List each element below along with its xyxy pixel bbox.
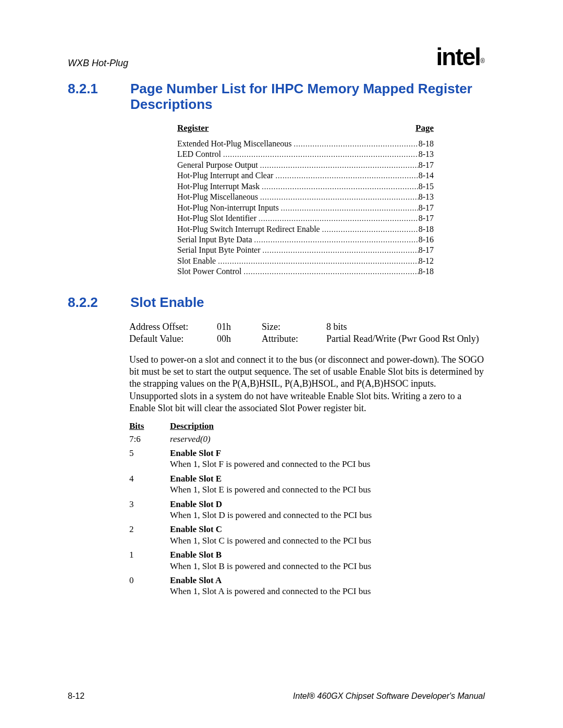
bit-range: 2 <box>129 524 170 546</box>
leader-dots <box>258 192 419 202</box>
bits-table-header: Bits Description <box>129 421 485 431</box>
leader-dots <box>258 160 419 170</box>
register-name: Extended Hot-Plug Miscellaneous <box>177 139 292 149</box>
bit-range: 1 <box>129 549 170 572</box>
bit-description: Enable Slot DWhen 1, Slot D is powered a… <box>170 499 462 521</box>
page-number: 8-12 <box>68 692 84 701</box>
intel-logo: intel® <box>436 43 485 71</box>
bit-range: 7:6 <box>129 434 170 445</box>
bit-row: 3Enable Slot DWhen 1, Slot D is powered … <box>129 499 485 521</box>
bit-name: Enable Slot A <box>170 575 222 585</box>
register-toc-row: Slot Enable8-12 <box>177 256 434 266</box>
register-page: 8-17 <box>419 245 434 255</box>
register-toc-row: Hot-Plug Non-interrupt Inputs8-17 <box>177 203 434 213</box>
bit-row: 4Enable Slot EWhen 1, Slot E is powered … <box>129 473 485 496</box>
manual-title: Intel® 460GX Chipset Software Developer'… <box>293 692 485 701</box>
size-value: 8 bits <box>326 321 485 333</box>
leader-dots <box>261 245 419 255</box>
bit-desc-text: When 1, Slot A is powered and connected … <box>170 586 371 596</box>
attribute-label: Attribute: <box>262 333 326 345</box>
bit-name: Enable Slot F <box>170 448 221 458</box>
register-toc-row: Serial Input Byte Pointer8-17 <box>177 245 434 255</box>
document-page: WXB Hot-Plug intel® 8.2.1 Page Number Li… <box>0 0 563 728</box>
bit-range: 3 <box>129 499 170 521</box>
reserved-text: reserved(0) <box>170 434 211 444</box>
description-paragraph: Used to power-on a slot and connect it t… <box>129 354 485 415</box>
register-page: 8-13 <box>419 149 434 159</box>
bit-name: Enable Slot E <box>170 474 222 484</box>
register-page: 8-18 <box>419 266 434 277</box>
section-heading-821: 8.2.1 Page Number List for IHPC Memory M… <box>68 81 485 113</box>
register-toc-row: LED Control8-13 <box>177 149 434 159</box>
default-value-label: Default Value: <box>129 333 217 345</box>
register-page: 8-14 <box>419 170 434 181</box>
register-page: 8-17 <box>419 203 434 213</box>
attribute-value: Partial Read/Write (Pwr Good Rst Only) <box>326 333 485 345</box>
page-footer: 8-12 Intel® 460GX Chipset Software Devel… <box>68 692 485 701</box>
bit-desc-text: When 1, Slot C is powered and connected … <box>170 536 371 546</box>
bit-description: Enable Slot CWhen 1, Slot C is powered a… <box>170 524 462 546</box>
register-name: Slot Power Control <box>177 266 242 277</box>
bit-row: 7:6reserved(0) <box>129 434 485 445</box>
register-toc-row: Hot-Plug Interrupt Mask8-15 <box>177 181 434 192</box>
leader-dots <box>279 203 419 213</box>
leader-dots <box>292 139 419 149</box>
registered-icon: ® <box>480 57 485 65</box>
leader-dots <box>320 224 419 235</box>
register-toc-list: Register Page Extended Hot-Plug Miscella… <box>177 123 434 277</box>
register-name: LED Control <box>177 149 221 159</box>
bit-row: 0Enable Slot AWhen 1, Slot A is powered … <box>129 575 485 597</box>
bit-name: Enable Slot D <box>170 499 222 509</box>
leader-dots <box>260 181 418 192</box>
register-toc-row: Serial Input Byte Data8-16 <box>177 235 434 245</box>
register-name: Hot-Plug Interrupt and Clear <box>177 170 273 181</box>
content-block: 8.2.1 Page Number List for IHPC Memory M… <box>68 36 485 597</box>
bit-row: 2Enable Slot CWhen 1, Slot C is powered … <box>129 524 485 546</box>
register-name: Hot-Plug Miscellaneous <box>177 192 258 202</box>
spec-row: Address Offset: 01h Size: 8 bits <box>129 321 485 333</box>
running-title: WXB Hot-Plug <box>68 58 128 69</box>
section-title: Page Number List for IHPC Memory Mapped … <box>130 81 485 113</box>
bit-desc-text: When 1, Slot B is powered and connected … <box>170 561 371 571</box>
register-page: 8-12 <box>419 256 434 266</box>
register-page: 8-18 <box>419 139 434 149</box>
bit-row: 1Enable Slot BWhen 1, Slot B is powered … <box>129 549 485 572</box>
section-number: 8.2.2 <box>68 295 108 311</box>
running-header: WXB Hot-Plug intel® <box>68 41 485 69</box>
register-toc-row: Hot-Plug Miscellaneous8-13 <box>177 192 434 202</box>
register-toc-row: Extended Hot-Plug Miscellaneous8-18 <box>177 139 434 149</box>
section-number: 8.2.1 <box>68 81 108 113</box>
col-page: Page <box>415 123 434 133</box>
register-page: 8-18 <box>419 224 434 235</box>
bit-description: reserved(0) <box>170 434 462 445</box>
leader-dots <box>273 170 418 181</box>
register-name: Hot-Plug Interrupt Mask <box>177 181 260 192</box>
leader-dots <box>221 149 419 159</box>
bit-row: 5Enable Slot FWhen 1, Slot F is powered … <box>129 448 485 470</box>
bit-name: Enable Slot B <box>170 550 222 560</box>
bit-range: 4 <box>129 473 170 496</box>
register-page: 8-17 <box>419 160 434 170</box>
register-toc-row: General Purpose Output8-17 <box>177 160 434 170</box>
bit-description: Enable Slot BWhen 1, Slot B is powered a… <box>170 549 462 572</box>
register-toc-row: Hot-Plug Slot Identifier8-17 <box>177 213 434 224</box>
bit-desc-text: When 1, Slot D is powered and connected … <box>170 510 372 520</box>
register-name: General Purpose Output <box>177 160 258 170</box>
section-heading-822: 8.2.2 Slot Enable <box>68 295 485 311</box>
register-name: Slot Enable <box>177 256 216 266</box>
leader-dots <box>252 235 419 245</box>
leader-dots <box>242 266 419 277</box>
col-register: Register <box>177 123 415 133</box>
bit-range: 0 <box>129 575 170 597</box>
desc-col: Description <box>170 421 214 431</box>
bit-description: Enable Slot AWhen 1, Slot A is powered a… <box>170 575 462 597</box>
bits-col: Bits <box>129 421 170 431</box>
bit-desc-text: When 1, Slot F is powered and connected … <box>170 459 370 469</box>
bits-table: Bits Description 7:6reserved(0)5Enable S… <box>129 421 485 597</box>
register-name: Hot-Plug Non-interrupt Inputs <box>177 203 279 213</box>
register-name: Serial Input Byte Pointer <box>177 245 261 255</box>
spec-row: Default Value: 00h Attribute: Partial Re… <box>129 333 485 345</box>
register-page: 8-17 <box>419 213 434 224</box>
bit-range: 5 <box>129 448 170 470</box>
bit-description: Enable Slot FWhen 1, Slot F is powered a… <box>170 448 462 470</box>
